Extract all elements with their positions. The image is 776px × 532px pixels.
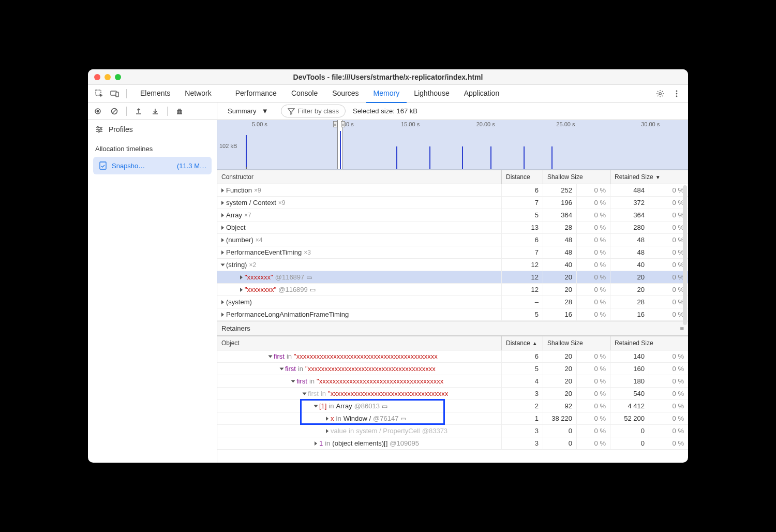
link-icon[interactable]: ▭ [310,286,316,293]
expand-icon[interactable] [221,238,224,242]
download-icon[interactable] [150,106,161,117]
divider [126,89,127,98]
more-icon[interactable] [669,86,684,101]
table-row[interactable]: x in Window / @76147 ▭138 2200 %52 2000 … [217,412,688,425]
expand-icon[interactable] [315,441,317,446]
col-object[interactable]: Object [217,336,502,350]
expand-icon[interactable] [326,417,329,421]
expand-icon[interactable] [221,250,224,255]
inspect-element-icon[interactable] [92,86,107,101]
table-row[interactable]: [1] in Array @86013 ▭2920 %4 4120 % [217,400,688,412]
tick-label: 25.00 s [556,121,575,127]
tick-label: 30.00 s [641,121,660,127]
device-toolbar-icon[interactable] [108,86,122,101]
col-retained-size[interactable]: Retained Size▼ [610,170,688,184]
col-constructor[interactable]: Constructor [217,170,502,184]
svg-point-10 [97,127,99,128]
profiles-header[interactable]: Profiles [88,120,217,139]
snapshot-name: Snapsho… [112,162,145,170]
link-icon[interactable]: ▭ [306,274,312,281]
tick-label: 20.00 s [476,121,495,127]
expand-icon[interactable] [240,275,243,279]
svg-point-5 [676,93,678,94]
collect-garbage-icon[interactable] [174,106,185,117]
clear-icon[interactable] [109,106,120,117]
link-icon[interactable]: ▭ [382,403,387,410]
expand-icon[interactable] [221,300,224,304]
table-row[interactable]: Object13280 %2800 % [217,221,688,234]
table-row[interactable]: first in "xxxxxxxxxxxxxxxxxxxxxxxxxxxxxx… [217,388,688,400]
table-row[interactable]: first in "xxxxxxxxxxxxxxxxxxxxxxxxxxxxxx… [217,350,688,363]
tab-lighthouse[interactable]: Lighthouse [407,84,457,102]
expand-icon[interactable] [221,188,224,193]
titlebar: DevTools - file:///Users/stmarthe/x-repl… [88,69,688,85]
link-icon[interactable]: ▭ [400,415,406,422]
y-axis-label: 102 kB [219,143,237,149]
selection-handle-left[interactable]: ıı [333,121,337,127]
content-toolbar: Summary ▼ Filter by class Selected size:… [217,102,688,120]
table-row[interactable]: Array ×753640 %3640 % [217,209,688,221]
svg-rect-2 [116,92,118,97]
table-row[interactable]: system / Context ×971960 %3720 % [217,197,688,209]
sidebar: Profiles Allocation timelines Snapsho… (… [88,102,217,463]
table-row[interactable]: "xxxxxxx" @116897 ▭12200 %200 % [217,271,688,284]
scrollbar[interactable] [683,185,687,325]
col-distance[interactable]: Distance▲ [502,336,543,350]
retainers-menu-icon[interactable]: ≡ [680,324,684,332]
col-shallow-size[interactable]: Shallow Size [543,170,610,184]
divider [167,107,168,116]
sidebar-toolbar [88,102,217,120]
devtools-window: DevTools - file:///Users/stmarthe/x-repl… [88,69,688,463]
col-shallow-size[interactable]: Shallow Size [543,336,610,350]
sort-desc-icon: ▼ [655,174,661,180]
table-row[interactable]: first in "xxxxxxxxxxxxxxxxxxxxxxxxxxxxxx… [217,363,688,375]
table-row[interactable]: 1 in (object elements)[] @109095300 %00 … [217,437,688,450]
expand-icon[interactable] [314,405,318,407]
table-row[interactable]: value in system / PropertyCell @83373300… [217,425,688,437]
expand-icon[interactable] [240,288,243,292]
table-row[interactable]: "xxxxxxxx" @116899 ▭12200 %200 % [217,284,688,296]
expand-icon[interactable] [221,263,225,266]
table-row[interactable]: (string) ×212400 %400 % [217,259,688,271]
expand-icon[interactable] [221,313,224,317]
settings-icon[interactable] [653,86,667,101]
expand-icon[interactable] [291,380,295,382]
expand-icon[interactable] [221,226,224,230]
table-row[interactable]: Function ×962520 %4840 % [217,184,688,197]
allocation-timeline[interactable]: 5.00 s 10.00 s 15.00 s 20.00 s 25.00 s 3… [217,120,688,170]
tab-performance[interactable]: Performance [228,84,284,102]
tab-console[interactable]: Console [284,84,325,102]
table-row[interactable]: PerformanceEventTiming ×37480 %480 % [217,246,688,259]
chevron-down-icon: ▼ [262,107,268,115]
svg-point-6 [676,95,678,97]
view-dropdown[interactable]: Summary ▼ [222,105,274,117]
expand-icon[interactable] [326,429,329,433]
tab-application[interactable]: Application [457,84,507,102]
filter-input[interactable]: Filter by class [281,105,346,117]
tab-network[interactable]: Network [177,84,218,102]
expand-icon[interactable] [268,355,273,358]
table-row[interactable]: first in "xxxxxxxxxxxxxxxxxxxxxxxxxxxxxx… [217,375,688,388]
table-row[interactable]: PerformanceLongAnimationFrameTiming5160 … [217,308,688,321]
expand-icon[interactable] [280,367,284,370]
upload-icon[interactable] [133,106,144,117]
expand-icon[interactable] [221,201,224,205]
expand-icon[interactable] [303,392,307,395]
table-row[interactable]: (number) ×46480 %480 % [217,234,688,246]
snapshot-icon [98,161,108,170]
tab-memory[interactable]: Memory [366,84,407,103]
retainers-header-row: Object Distance▲ Shallow Size Retained S… [217,336,688,350]
col-distance[interactable]: Distance [502,170,543,184]
table-row[interactable]: (system)–280 %280 % [217,296,688,308]
selection-handle-right[interactable]: ıı [341,121,345,127]
tab-elements[interactable]: Elements [133,84,177,102]
tab-sources[interactable]: Sources [325,84,366,102]
expand-icon[interactable] [221,213,224,217]
svg-point-3 [659,92,661,94]
constructors-table-body: Function ×962520 %4840 %system / Context… [217,184,688,321]
snapshot-item[interactable]: Snapsho… (11.3 M… [93,157,212,174]
col-retained-size[interactable]: Retained Size [610,336,688,350]
svg-point-8 [97,110,99,112]
retainers-section-header: Retainers ≡ [217,321,688,336]
record-icon[interactable] [92,106,103,117]
